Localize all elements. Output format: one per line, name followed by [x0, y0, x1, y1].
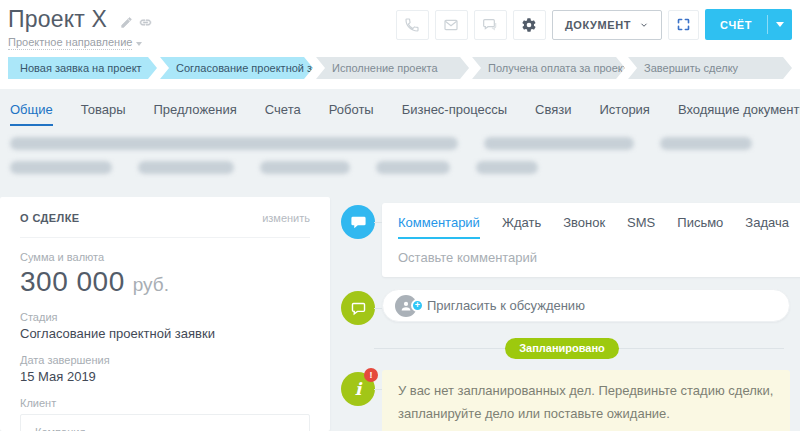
page-header: Проект X Проектное направление	[0, 0, 800, 89]
composer-tab-task[interactable]: Задача	[745, 215, 789, 237]
blurred-field-chip[interactable]	[10, 137, 458, 150]
call-button[interactable]	[396, 10, 429, 40]
fullscreen-button[interactable]	[668, 10, 699, 40]
deal-direction-label: Проектное направление	[8, 36, 132, 50]
blurred-field-chip[interactable]	[484, 137, 634, 150]
timeline-warning-row: i ! У вас нет запланированных дел. Перед…	[334, 370, 790, 431]
info-warning-icon: i !	[341, 372, 375, 406]
tab-history[interactable]: История	[600, 102, 650, 126]
composer-tab-call[interactable]: Звонок	[563, 215, 605, 237]
blurred-field-chip[interactable]	[10, 161, 112, 174]
client-type-label: Компания	[35, 426, 295, 431]
stage-payment-received[interactable]: Получена оплата за проект	[472, 57, 625, 79]
no-activities-warning: У вас нет запланированных дел. Передвинь…	[382, 370, 790, 431]
stage-new-request[interactable]: Новая заявка на проект	[8, 57, 157, 79]
tab-products[interactable]: Товары	[81, 102, 126, 126]
chevron-down-icon	[136, 42, 142, 46]
composer-tab-wait[interactable]: Ждать	[502, 215, 541, 237]
envelope-icon	[443, 17, 459, 33]
gear-icon	[521, 17, 537, 33]
invoice-button-label[interactable]: СЧЁТ	[705, 9, 767, 40]
chat-outline-icon	[350, 300, 367, 317]
tab-business-processes[interactable]: Бизнес-процессы	[402, 102, 507, 126]
chat-bubble-icon	[350, 214, 367, 231]
timeline-composer-row: Комментарий Ждать Звонок SMS Письмо Зада…	[334, 203, 790, 277]
client-card[interactable]: Компания Компания X Клиенты, Информацион…	[20, 414, 310, 431]
avatar: +	[395, 295, 417, 317]
edit-title-icon[interactable]	[120, 16, 133, 29]
blurred-field-chip[interactable]	[260, 161, 350, 174]
stage-approval[interactable]: Согласование проектной заявки	[160, 57, 313, 79]
document-button-label: ДОКУМЕНТ	[565, 19, 631, 31]
deal-stage-value: Согласование проектной заявки	[20, 326, 310, 341]
settings-button[interactable]	[513, 10, 546, 40]
blurred-field-chip[interactable]	[138, 161, 234, 174]
invite-label: Пригласить к обсуждению	[427, 298, 585, 313]
composer-tab-sms[interactable]: SMS	[627, 215, 655, 237]
deal-currency: руб.	[133, 274, 169, 296]
stage-execution[interactable]: Исполнение проекта	[316, 57, 469, 79]
tab-robots[interactable]: Роботы	[329, 102, 374, 126]
tab-incoming-documents[interactable]: Входящие документы	[678, 102, 800, 126]
blurred-fields-area	[10, 137, 790, 185]
alert-count-badge: !	[364, 368, 378, 382]
close-date-label: Дата завершения	[20, 354, 310, 366]
info-icon: i	[355, 381, 361, 398]
deal-stage-bar: Новая заявка на проект Согласование прое…	[8, 57, 792, 79]
email-button[interactable]	[435, 10, 468, 40]
expand-icon	[676, 17, 691, 32]
edit-deal-link[interactable]: изменить	[262, 212, 310, 224]
deal-panel-title: О СДЕЛКЕ	[20, 212, 80, 224]
deal-direction-selector[interactable]: Проектное направление	[8, 36, 152, 48]
activity-composer: Комментарий Ждать Звонок SMS Письмо Зада…	[382, 203, 800, 277]
stage-close-deal[interactable]: Завершить сделку	[628, 57, 792, 79]
blurred-field-chip[interactable]	[376, 161, 450, 174]
timeline: Комментарий Ждать Звонок SMS Письмо Зада…	[330, 197, 800, 431]
deal-amount: 300 000	[20, 266, 125, 298]
timeline-invite-row: + Пригласить к обсуждению	[334, 289, 790, 325]
tab-invoices[interactable]: Счета	[265, 102, 301, 126]
deal-close-date: 15 Мая 2019	[20, 369, 310, 384]
tab-general[interactable]: Общие	[10, 102, 53, 126]
planned-badge: Запланировано	[505, 338, 619, 359]
invoice-button[interactable]: СЧЁТ	[705, 9, 792, 40]
discussion-icon	[341, 291, 375, 325]
link-icon[interactable]	[139, 16, 152, 29]
header-toolbar: ДОКУМЕНТ СЧЁТ	[396, 6, 792, 40]
comment-bubble-icon	[341, 205, 375, 239]
invoice-dropdown-toggle[interactable]	[768, 9, 792, 40]
chat-icon	[482, 17, 498, 33]
chevron-down-icon	[776, 22, 784, 27]
client-label: Клиент	[20, 397, 310, 409]
planned-separator: Запланировано	[334, 338, 790, 358]
add-person-plus-icon: +	[411, 299, 424, 312]
composer-tab-comment[interactable]: Комментарий	[398, 215, 480, 239]
deal-info-panel: О СДЕЛКЕ изменить Сумма и валюта 300 000…	[0, 197, 330, 431]
page-title: Проект X	[8, 6, 107, 32]
phone-icon	[404, 17, 420, 33]
blurred-field-chip[interactable]	[660, 137, 752, 150]
amount-label: Сумма и валюта	[20, 251, 310, 263]
chat-button[interactable]	[474, 10, 507, 40]
tab-quotes[interactable]: Предложения	[153, 102, 236, 126]
divider	[20, 237, 310, 238]
stage-label: Стадия	[20, 311, 310, 323]
comment-input[interactable]: Оставьте комментарий	[398, 250, 800, 265]
document-dropdown-button[interactable]: ДОКУМЕНТ	[552, 10, 662, 40]
blurred-field-chip[interactable]	[476, 161, 538, 174]
composer-tab-email[interactable]: Письмо	[677, 215, 723, 237]
tab-relations[interactable]: Связи	[535, 102, 571, 126]
chevron-down-icon	[639, 20, 649, 30]
invite-to-discussion-button[interactable]: + Пригласить к обсуждению	[382, 289, 790, 322]
deal-tabs: Общие Товары Предложения Счета Роботы Би…	[10, 102, 790, 126]
